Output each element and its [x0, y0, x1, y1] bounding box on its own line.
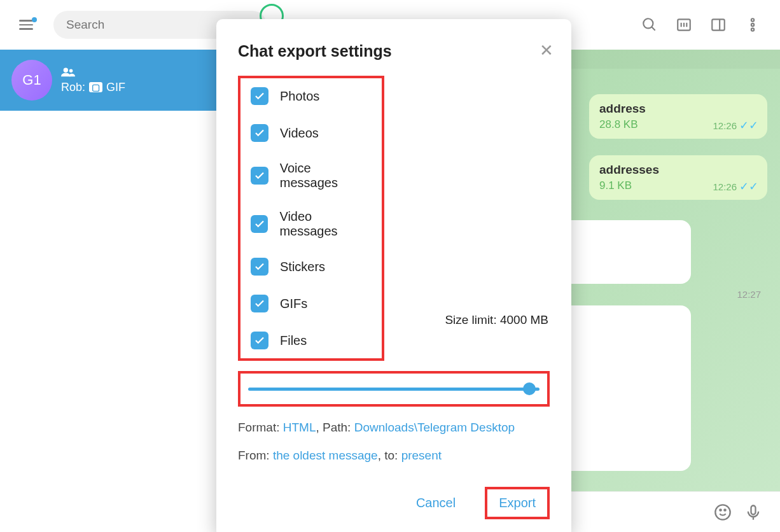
sidebar-toggle-icon[interactable]	[676, 17, 692, 33]
message-time: 12:26✓✓	[713, 118, 758, 132]
gif-text: GIF	[106, 81, 125, 94]
export-settings-dialog: Chat export settings ✕ Photos Videos Voi…	[216, 19, 571, 532]
message-time: 12:26✓✓	[713, 179, 758, 193]
checkbox-label: Videos	[280, 126, 319, 141]
time-stamp: 12:27	[737, 289, 761, 300]
svg-point-12	[69, 69, 73, 73]
slider-highlight	[238, 371, 550, 407]
svg-point-11	[64, 67, 68, 72]
checkbox-row[interactable]: GIFs	[251, 295, 372, 312]
avatar: G1	[11, 60, 52, 101]
checkbox-row[interactable]: Video messages	[251, 209, 372, 239]
close-icon[interactable]: ✕	[540, 41, 554, 60]
more-icon[interactable]	[744, 17, 761, 33]
to-link[interactable]: present	[401, 449, 442, 462]
dialog-title: Chat export settings	[238, 42, 550, 60]
file-title: address	[599, 102, 757, 116]
checkbox-row[interactable]: Voice messages	[251, 161, 372, 190]
export-button[interactable]: Export	[491, 492, 543, 514]
menu-button[interactable]	[19, 20, 33, 30]
checkbox-voice-messages[interactable]	[251, 167, 268, 185]
checkbox-video-messages[interactable]	[251, 215, 268, 233]
checkbox-stickers[interactable]	[251, 258, 268, 276]
checkbox-row[interactable]: Stickers	[251, 258, 372, 276]
checkbox-photos[interactable]	[251, 87, 268, 105]
checkbox-label: Stickers	[280, 260, 325, 274]
path-link[interactable]: Downloads\Telegram Desktop	[354, 421, 515, 434]
checkbox-label: GIFs	[280, 297, 307, 311]
checkbox-videos[interactable]	[251, 124, 268, 142]
slider-track	[248, 388, 540, 391]
svg-point-8	[751, 18, 754, 21]
checkbox-label: Video messages	[279, 209, 372, 239]
gif-badge: ▢	[89, 82, 102, 92]
checkbox-label: Photos	[280, 89, 319, 104]
svg-point-10	[751, 28, 754, 31]
svg-rect-6	[712, 19, 725, 30]
svg-point-13	[715, 505, 730, 519]
sender-name: Rob:	[61, 81, 85, 94]
voice-icon[interactable]	[744, 503, 762, 521]
checkbox-row[interactable]: Files	[251, 332, 372, 349]
format-path-line: Format: HTML, Path: Downloads\Telegram D…	[238, 421, 550, 435]
message-bubble-file[interactable]: address 28.8 KB 12:26✓✓	[589, 94, 767, 139]
checkbox-row[interactable]: Videos	[251, 124, 372, 142]
svg-rect-16	[751, 505, 756, 514]
emoji-icon[interactable]	[714, 503, 732, 521]
checkbox-gifs[interactable]	[251, 295, 268, 312]
from-to-line: From: the oldest message, to: present	[238, 449, 550, 463]
read-checks-icon: ✓✓	[739, 118, 758, 132]
cancel-button[interactable]: Cancel	[408, 492, 463, 514]
svg-point-14	[720, 509, 721, 510]
read-checks-icon: ✓✓	[739, 179, 758, 193]
size-limit-label: Size limit: 4000 MB	[445, 313, 548, 327]
svg-line-1	[651, 27, 655, 30]
panel-icon[interactable]	[710, 17, 727, 33]
svg-point-15	[724, 509, 725, 510]
search-icon[interactable]	[641, 17, 658, 33]
checkbox-row[interactable]: Photos	[251, 87, 372, 105]
slider-thumb[interactable]	[523, 382, 536, 395]
export-highlight: Export	[485, 487, 550, 519]
checkbox-files[interactable]	[251, 332, 268, 349]
format-link[interactable]: HTML	[283, 421, 316, 434]
file-title: addresses	[599, 163, 757, 177]
svg-point-0	[643, 18, 653, 28]
size-limit-slider[interactable]	[248, 382, 540, 395]
checkbox-group-highlight: Photos Videos Voice messages Video messa…	[238, 76, 384, 361]
message-bubble-file[interactable]: addresses 9.1 KB 12:26✓✓	[589, 155, 767, 200]
group-icon	[61, 67, 125, 77]
checkbox-label: Files	[280, 333, 307, 348]
notification-dot	[32, 17, 37, 22]
from-link[interactable]: the oldest message	[273, 449, 378, 462]
svg-point-9	[751, 24, 754, 26]
checkbox-label: Voice messages	[280, 161, 372, 190]
